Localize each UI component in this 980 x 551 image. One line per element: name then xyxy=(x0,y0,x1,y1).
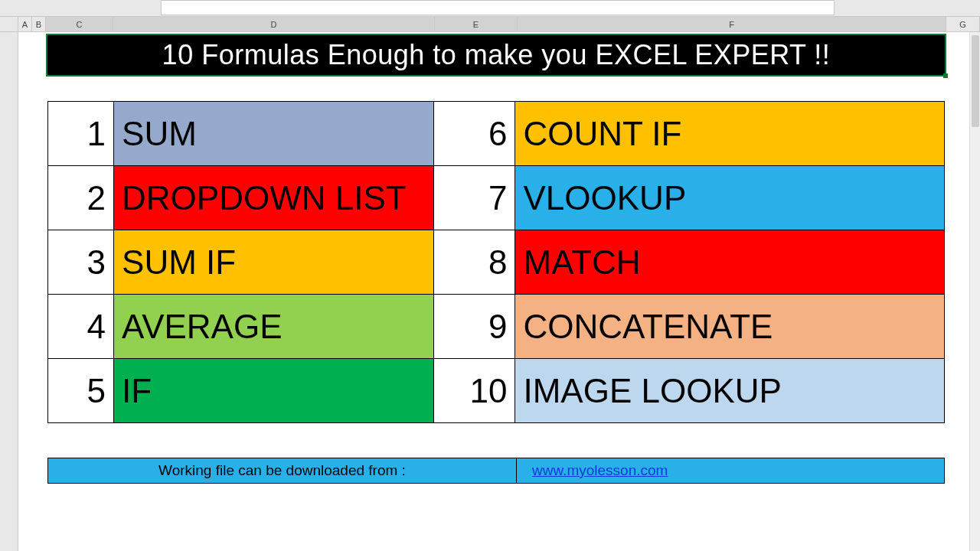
formula-name: COUNT IF xyxy=(515,102,945,166)
formula-name: IF xyxy=(114,359,434,423)
formula-name: CONCATENATE xyxy=(515,295,945,359)
formula-name: SUM xyxy=(114,102,434,166)
row-headers xyxy=(0,32,18,551)
footer-link-cell: www.myolesson.com xyxy=(517,458,944,483)
formula-name: MATCH xyxy=(515,230,945,295)
formula-index: 6 xyxy=(434,102,515,166)
formula-index: 2 xyxy=(48,166,114,230)
col-header-f[interactable]: F xyxy=(518,17,946,31)
vertical-scroll-thumb[interactable] xyxy=(972,35,979,127)
col-header-d[interactable]: D xyxy=(113,17,435,31)
formula-index: 1 xyxy=(48,102,114,166)
footer-link[interactable]: www.myolesson.com xyxy=(532,462,668,479)
formulas-table: 1SUM6COUNT IF2DROPDOWN LIST7VLOOKUP3SUM … xyxy=(47,101,945,423)
vertical-scrollbar[interactable] xyxy=(969,32,980,551)
formula-index: 8 xyxy=(434,230,515,295)
formula-name: DROPDOWN LIST xyxy=(114,166,434,230)
column-headers: A B C D E F G xyxy=(0,17,980,32)
footer-row: Working file can be downloaded from : ww… xyxy=(47,458,945,484)
table-row: 4AVERAGE9CONCATENATE xyxy=(48,295,945,359)
spreadsheet-grid[interactable]: 10 Formulas Enough to make you EXCEL EXP… xyxy=(0,32,980,551)
col-header-e[interactable]: E xyxy=(435,17,518,31)
page-title: 10 Formulas Enough to make you EXCEL EXP… xyxy=(47,35,945,75)
formula-name: IMAGE LOOKUP xyxy=(515,359,945,423)
table-row: 2DROPDOWN LIST7VLOOKUP xyxy=(48,166,945,230)
formula-index: 3 xyxy=(48,230,114,295)
col-header-c[interactable]: C xyxy=(46,17,113,31)
formula-index: 4 xyxy=(48,295,114,359)
table-row: 5IF10IMAGE LOOKUP xyxy=(48,359,945,423)
col-header-b[interactable]: B xyxy=(32,17,46,31)
select-all-corner[interactable] xyxy=(0,17,18,31)
formula-input[interactable] xyxy=(161,0,835,15)
footer-text: Working file can be downloaded from : xyxy=(48,458,517,483)
formula-name: AVERAGE xyxy=(114,295,434,359)
formula-index: 9 xyxy=(434,295,515,359)
col-header-a[interactable]: A xyxy=(18,17,32,31)
formula-index: 5 xyxy=(48,359,114,423)
formula-bar xyxy=(0,0,980,17)
formula-index: 10 xyxy=(434,359,515,423)
table-row: 3SUM IF8MATCH xyxy=(48,230,945,295)
formula-name: VLOOKUP xyxy=(515,166,945,230)
table-row: 1SUM6COUNT IF xyxy=(48,102,945,166)
col-header-g[interactable]: G xyxy=(946,17,980,31)
formula-name: SUM IF xyxy=(114,230,434,295)
formula-index: 7 xyxy=(434,166,515,230)
